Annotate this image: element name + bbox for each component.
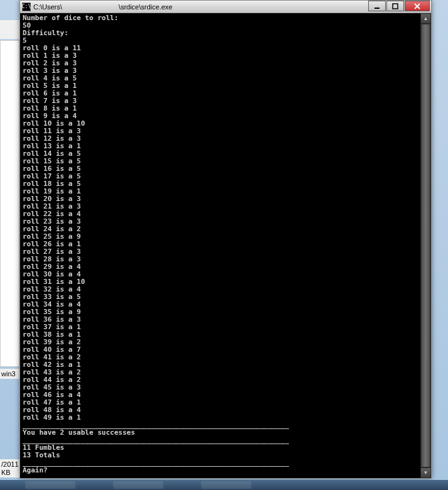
svg-rect-1: [393, 4, 398, 9]
maximize-button[interactable]: [386, 1, 404, 11]
scroll-up-button[interactable]: ▲: [420, 13, 431, 24]
taskbar-item[interactable]: [113, 481, 163, 489]
console-output[interactable]: Number of dice to roll: 50 Difficulty: 5…: [20, 13, 420, 478]
scroll-thumb[interactable]: [421, 24, 430, 467]
window-title-left: C:\Users\: [33, 3, 62, 11]
scroll-down-button[interactable]: ▼: [420, 467, 431, 478]
background-explorer-fragment: [0, 40, 19, 367]
console-body: Number of dice to roll: 50 Difficulty: 5…: [20, 13, 431, 478]
background-text-fragment: win3: [0, 369, 19, 379]
titlebar[interactable]: C:\ C:\Users\ \srdice\srdice.exe: [20, 1, 431, 13]
minimize-icon: [374, 3, 380, 9]
close-icon: [414, 3, 420, 9]
background-toolbar-fragment: [0, 20, 19, 39]
svg-rect-0: [374, 8, 380, 9]
vertical-scrollbar[interactable]: ▲ ▼: [420, 13, 431, 478]
taskbar-item[interactable]: [25, 481, 75, 489]
window-title-path: \srdice\srdice.exe: [119, 3, 173, 11]
window-controls: [368, 1, 430, 11]
taskbar[interactable]: [0, 480, 448, 490]
cmd-icon: C:\: [22, 3, 31, 11]
console-window: C:\ C:\Users\ \srdice\srdice.exe Number …: [19, 0, 432, 479]
minimize-button[interactable]: [368, 1, 386, 11]
scroll-track[interactable]: [420, 24, 431, 467]
background-size-fragment: KB: [0, 467, 19, 477]
close-button[interactable]: [405, 1, 430, 11]
taskbar-item[interactable]: [201, 481, 251, 489]
maximize-icon: [392, 3, 398, 9]
